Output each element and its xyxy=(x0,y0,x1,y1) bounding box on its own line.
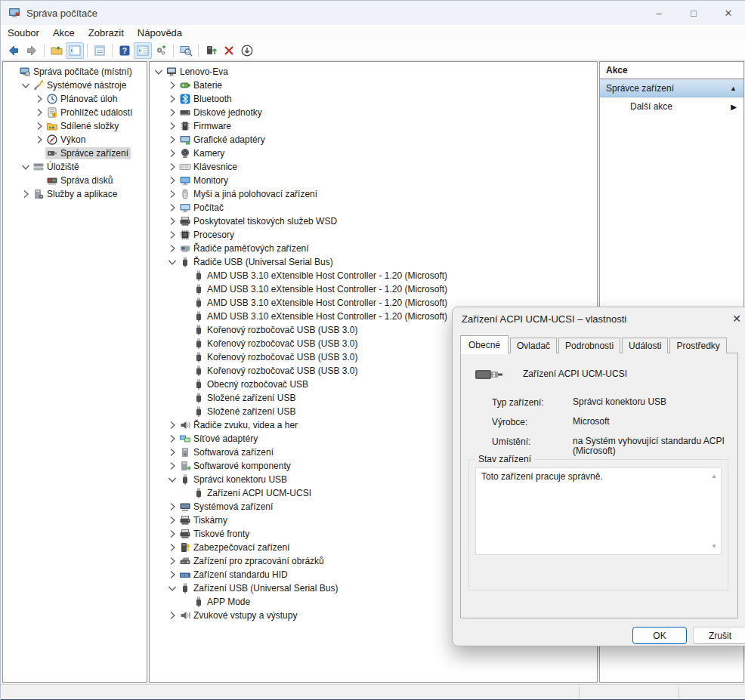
tab-prostredky[interactable]: Prostředky xyxy=(669,338,726,353)
tree-item-sprava-pocitace-mistni[interactable]: Správa počítače (místní) xyxy=(3,65,147,79)
chevron-right-icon[interactable] xyxy=(166,174,178,187)
scroll-up-icon[interactable]: ▲ xyxy=(711,473,717,480)
device-status-text-area[interactable]: Toto zařízení pracuje správně. ▲ ▼ xyxy=(475,467,722,555)
chevron-right-icon[interactable] xyxy=(166,419,178,431)
properties-window-icon[interactable] xyxy=(91,42,109,59)
tree-item-poskytovatel-tiskovych-sluzeb-wsd[interactable]: Poskytovatel tiskových služeb WSD xyxy=(150,214,597,228)
cancel-button[interactable]: Zrušit xyxy=(693,627,745,644)
scroll-down-icon[interactable]: ▼ xyxy=(711,543,717,550)
tree-item-lenovo-eva[interactable]: Lenovo-Eva xyxy=(150,65,597,79)
maximize-icon[interactable]: □ xyxy=(676,1,711,25)
menu-zobrazit[interactable]: Zobrazit xyxy=(82,26,131,40)
chevron-down-icon[interactable] xyxy=(166,582,178,594)
uninstall-device-icon[interactable] xyxy=(220,42,238,59)
show-action-pane-icon[interactable] xyxy=(134,42,152,59)
ok-button[interactable]: OK xyxy=(632,627,687,644)
tree-item-prohlizec-udalosti[interactable]: Prohlížeč událostí xyxy=(3,106,147,119)
tree-item-label: Kořenový rozbočovač USB (USB 3.0) xyxy=(205,365,360,377)
tab-udalosti[interactable]: Události xyxy=(622,338,668,353)
export-gears-icon[interactable] xyxy=(152,42,170,59)
tab-obecne[interactable]: Obecné xyxy=(460,335,509,354)
tree-item-amd-usb-3-10-extensible-host-controller-1-20-microsoft[interactable]: AMD USB 3.10 eXtensible Host Controller … xyxy=(150,269,597,282)
chevron-right-icon[interactable] xyxy=(20,188,32,200)
collapse-arrow-icon[interactable]: ▲ xyxy=(730,85,737,92)
tree-item-baterie[interactable]: Baterie xyxy=(150,79,597,92)
chevron-right-icon[interactable] xyxy=(166,229,178,241)
menu-soubor[interactable]: Soubor xyxy=(1,26,46,40)
chevron-right-icon[interactable] xyxy=(166,106,178,119)
chevron-down-icon[interactable] xyxy=(166,256,178,268)
chevron-right-icon[interactable] xyxy=(166,555,178,567)
chevron-right-icon[interactable] xyxy=(166,120,178,132)
chevron-right-icon[interactable] xyxy=(33,120,45,132)
dialog-close-icon[interactable]: ✕ xyxy=(731,313,743,325)
chevron-right-icon[interactable] xyxy=(166,215,178,227)
up-folder-icon[interactable] xyxy=(48,42,66,59)
tree-item-mysi-a-jina-polohovaci-zarizeni[interactable]: Myši a jiná polohovací zařízení xyxy=(150,187,597,201)
chevron-right-icon[interactable] xyxy=(166,569,178,581)
tree-item-pocitac[interactable]: Počítač xyxy=(150,201,597,214)
tree-item-radice-pametovych-zarizeni[interactable]: Řadiče paměťových zařízení xyxy=(150,242,597,255)
tree-item-sdilene-slozky[interactable]: Sdílené složky xyxy=(3,119,147,133)
tree-item-klavesnice[interactable]: Klávesnice xyxy=(150,160,597,174)
chevron-right-icon[interactable] xyxy=(166,514,178,526)
chevron-right-icon[interactable] xyxy=(166,609,178,621)
chevron-right-icon[interactable] xyxy=(33,134,45,146)
actions-group-device-manager[interactable]: Správce zařízení ▲ xyxy=(600,79,743,97)
imaging-device-icon xyxy=(178,555,191,567)
update-driver-icon[interactable] xyxy=(202,42,220,59)
tree-item-monitory[interactable]: Monitory xyxy=(150,174,597,187)
tree-item-sluzby-a-aplikace[interactable]: Služby a aplikace xyxy=(3,187,147,201)
tree-item-label: Prohlížeč událostí xyxy=(58,106,134,119)
chevron-right-icon[interactable] xyxy=(166,188,178,200)
tree-item-systemove-nastroje[interactable]: Systémové nástroje xyxy=(3,79,147,92)
tree-item-planovac-uloh[interactable]: Plánovač úloh xyxy=(3,92,147,106)
chevron-down-icon[interactable] xyxy=(20,79,32,91)
chevron-down-icon[interactable] xyxy=(166,473,178,486)
disable-device-icon[interactable] xyxy=(238,42,256,59)
chevron-down-icon[interactable] xyxy=(153,66,165,78)
tree-item-sprava-disku[interactable]: Správa disků xyxy=(3,174,147,187)
actions-item-more-actions[interactable]: Další akce ▶ xyxy=(600,97,743,116)
tree-item-kamery[interactable]: Kamery xyxy=(150,146,597,160)
chevron-right-icon[interactable] xyxy=(166,79,178,91)
chevron-right-icon[interactable] xyxy=(166,147,178,159)
tree-item-uloziste[interactable]: Úložiště xyxy=(3,160,147,174)
chevron-right-icon[interactable] xyxy=(166,134,178,146)
tree-item-vykon[interactable]: Výkon xyxy=(3,133,147,146)
chevron-right-icon[interactable] xyxy=(166,202,178,214)
show-tree-pane-icon[interactable] xyxy=(66,42,84,59)
chevron-right-icon[interactable] xyxy=(166,242,178,254)
tree-item-label: Poskytovatel tiskových služeb WSD xyxy=(191,215,339,227)
help-icon[interactable]: ? xyxy=(116,42,134,59)
chevron-right-icon[interactable] xyxy=(166,161,178,173)
tree-item-diskove-jednotky[interactable]: Diskové jednotky xyxy=(150,106,597,119)
tree-item-firmware[interactable]: Firmware xyxy=(150,119,597,133)
tree-item-radice-usb-universal-serial-bus[interactable]: Řadiče USB (Universal Serial Bus) xyxy=(150,255,597,269)
chevron-right-icon[interactable] xyxy=(166,541,178,554)
menu-akce[interactable]: Akce xyxy=(46,26,82,40)
chevron-right-icon[interactable] xyxy=(166,460,178,472)
tree-item-label: Správce zařízení xyxy=(58,147,131,159)
tab-podrobnosti[interactable]: Podrobnosti xyxy=(558,338,620,353)
scan-hardware-icon[interactable] xyxy=(177,42,195,59)
chevron-right-icon[interactable] xyxy=(166,446,178,458)
tab-ovladac[interactable]: Ovladač xyxy=(510,338,557,353)
back-arrow-icon[interactable] xyxy=(5,42,23,59)
tree-item-graficke-adaptery[interactable]: Grafické adaptéry xyxy=(150,133,597,146)
tree-item-amd-usb-3-10-extensible-host-controller-1-20-microsoft[interactable]: AMD USB 3.10 eXtensible Host Controller … xyxy=(150,282,597,296)
chevron-right-icon[interactable] xyxy=(166,93,178,105)
close-icon[interactable]: ✕ xyxy=(711,1,745,25)
tree-item-spravce-zarizeni[interactable]: Správce zařízení xyxy=(3,146,147,160)
chevron-right-icon[interactable] xyxy=(166,433,178,445)
chevron-right-icon[interactable] xyxy=(33,93,45,105)
chevron-down-icon[interactable] xyxy=(20,161,32,173)
menu-napoveda[interactable]: Nápověda xyxy=(131,26,189,40)
chevron-right-icon[interactable] xyxy=(166,528,178,540)
forward-arrow-icon[interactable] xyxy=(23,42,41,59)
chevron-right-icon[interactable] xyxy=(33,106,45,119)
chevron-right-icon[interactable] xyxy=(166,501,178,513)
tree-item-bluetooth[interactable]: Bluetooth xyxy=(150,92,597,106)
minimize-icon[interactable]: – xyxy=(641,1,676,25)
tree-item-procesory[interactable]: Procesory xyxy=(150,228,597,242)
